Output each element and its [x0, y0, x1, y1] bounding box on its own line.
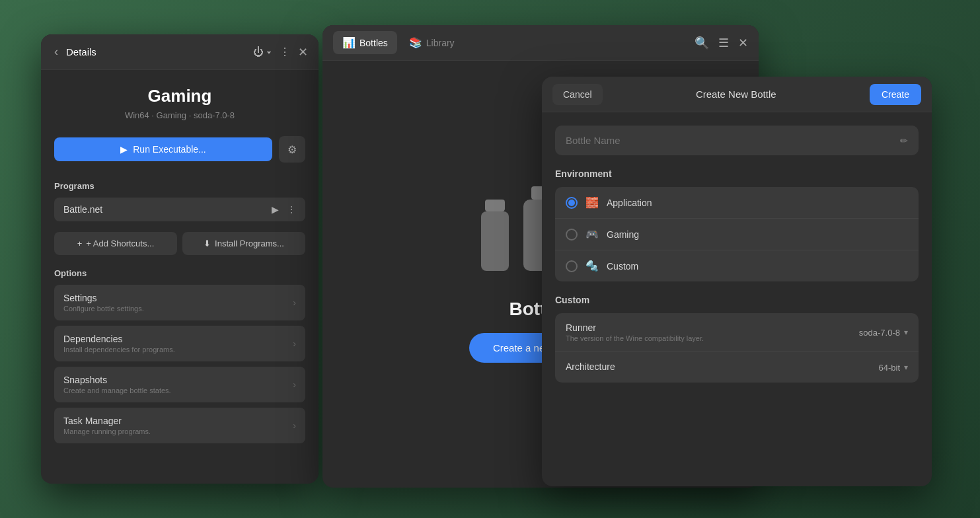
snapshots-text: Snapshots Create and manage bottle state…	[63, 375, 171, 394]
env-custom-radio[interactable]	[566, 260, 578, 272]
taskmanager-label: Task Manager	[63, 416, 151, 426]
program-name: Battle.net	[63, 204, 102, 215]
more-options-button[interactable]: ⋮	[280, 46, 290, 58]
bottle-name: Gaming	[54, 86, 305, 106]
env-gaming-option[interactable]: 🎮 Gaming	[555, 219, 919, 250]
bottle-settings-button[interactable]: ⚙	[279, 136, 305, 163]
bottle-left-svg	[476, 200, 514, 285]
settings-desc: Configure bottle settings.	[63, 305, 144, 313]
architecture-left: Architecture	[566, 361, 615, 373]
power-button[interactable]: ⏻ ▾	[253, 46, 272, 58]
snapshots-option[interactable]: Snapshots Create and manage bottle state…	[54, 367, 305, 402]
details-content: Gaming Win64 · Gaming · soda-7.0-8 ▶ Run…	[41, 70, 319, 464]
dependencies-chevron: ›	[293, 338, 296, 349]
create-bottle-panel: Cancel Create New Bottle Create ✏ Enviro…	[542, 77, 932, 486]
dependencies-desc: Install dependencies for programs.	[63, 346, 175, 353]
program-more-button[interactable]: ⋮	[287, 204, 296, 215]
middle-titlebar-right: 🔍 ☰ ✕	[695, 36, 748, 50]
runner-selector[interactable]: soda-7.0-8 ▾	[859, 328, 908, 338]
architecture-label: Architecture	[566, 361, 615, 372]
architecture-value: 64-bit	[878, 363, 900, 373]
runner-desc: The version of the Wine compatibility la…	[566, 334, 704, 342]
programs-section: Programs Battle.net ▶ ⋮	[54, 181, 305, 221]
menu-icon[interactable]: ☰	[718, 36, 729, 50]
play-icon: ▶	[120, 144, 128, 155]
env-application-option[interactable]: 🧱 Application	[555, 187, 919, 219]
options-label: Options	[54, 268, 305, 278]
run-executable-button[interactable]: ▶ Run Executable...	[54, 137, 272, 161]
runner-label: Runner	[566, 322, 704, 333]
dependencies-label: Dependencies	[63, 334, 175, 344]
tab-library[interactable]: 📚 Library	[400, 31, 464, 54]
create-bottle-content: ✏ Environment 🧱 Application 🎮 Gaming 🔩 C…	[542, 112, 932, 396]
program-play-button[interactable]: ▶	[272, 204, 279, 215]
settings-text: Settings Configure bottle settings.	[63, 293, 144, 313]
env-gaming-radio[interactable]	[566, 229, 578, 240]
custom-label: Custom	[555, 295, 919, 305]
middle-close-button[interactable]: ✕	[738, 36, 748, 50]
runner-dropdown-arrow: ▾	[904, 328, 908, 337]
architecture-option: Architecture 64-bit ▾	[555, 352, 919, 383]
bottle-info: Win64 · Gaming · soda-7.0-8	[54, 110, 305, 120]
tab-bottles[interactable]: 📊 Bottles	[333, 31, 397, 54]
edit-icon: ✏	[900, 135, 908, 146]
bottle-actions: ▶ Run Executable... ⚙	[54, 136, 305, 163]
runner-left: Runner The version of the Wine compatibi…	[566, 322, 704, 342]
env-custom-label: Custom	[607, 261, 638, 272]
program-item: Battle.net ▶ ⋮	[54, 198, 305, 221]
back-button[interactable]: ‹	[52, 42, 61, 61]
taskmanager-chevron: ›	[293, 420, 296, 431]
svg-rect-0	[485, 200, 505, 211]
environment-options: 🧱 Application 🎮 Gaming 🔩 Custom	[555, 187, 919, 281]
install-programs-label: Install Programs...	[215, 239, 284, 248]
custom-options: Runner The version of the Wine compatibi…	[555, 313, 919, 383]
programs-label: Programs	[54, 181, 305, 191]
details-title: Details	[66, 46, 96, 57]
create-bottle-submit-button[interactable]: Create	[870, 84, 921, 105]
settings-chevron: ›	[293, 297, 296, 308]
bottle-name-input[interactable]	[566, 135, 900, 146]
env-application-radio[interactable]	[566, 197, 578, 209]
environment-label: Environment	[555, 168, 919, 179]
architecture-dropdown-arrow: ▾	[904, 363, 908, 372]
application-icon: 🧱	[585, 196, 599, 209]
bottle-name-field[interactable]: ✏	[555, 126, 919, 155]
taskmanager-desc: Manage running programs.	[63, 427, 151, 435]
add-shortcuts-button[interactable]: + + Add Shortcuts...	[54, 232, 177, 255]
add-shortcuts-label: + Add Shortcuts...	[86, 239, 154, 248]
add-icon: +	[77, 239, 83, 248]
taskmanager-text: Task Manager Manage running programs.	[63, 416, 151, 435]
create-bottle-title: Create New Bottle	[696, 89, 776, 100]
bottles-tab-label: Bottles	[359, 38, 388, 48]
run-btn-label: Run Executable...	[133, 144, 206, 155]
download-icon: ⬇	[204, 239, 211, 248]
close-button[interactable]: ✕	[298, 45, 308, 59]
snapshots-chevron: ›	[293, 379, 296, 390]
settings-option[interactable]: Settings Configure bottle settings. ›	[54, 285, 305, 320]
settings-label: Settings	[63, 293, 144, 303]
env-gaming-label: Gaming	[607, 229, 639, 240]
cancel-button[interactable]: Cancel	[552, 84, 603, 105]
titlebar-left: ‹ Details	[52, 42, 96, 61]
svg-rect-1	[481, 211, 509, 271]
dependencies-option[interactable]: Dependencies Install dependencies for pr…	[54, 326, 305, 361]
dependencies-text: Dependencies Install dependencies for pr…	[63, 334, 175, 353]
custom-env-icon: 🔩	[585, 260, 599, 272]
options-section: Options Settings Configure bottle settin…	[54, 268, 305, 443]
taskmanager-option[interactable]: Task Manager Manage running programs. ›	[54, 408, 305, 443]
library-tab-label: Library	[426, 38, 455, 48]
runner-value: soda-7.0-8	[859, 328, 900, 338]
details-titlebar: ‹ Details ⏻ ▾ ⋮ ✕	[41, 34, 319, 70]
library-tab-icon: 📚	[409, 36, 422, 49]
env-application-radio-inner	[568, 200, 575, 206]
snapshots-label: Snapshots	[63, 375, 171, 385]
env-application-label: Application	[607, 198, 652, 208]
tabs: 📊 Bottles 📚 Library	[333, 31, 464, 54]
bottle-header: Gaming Win64 · Gaming · soda-7.0-8	[54, 86, 305, 120]
architecture-selector[interactable]: 64-bit ▾	[878, 363, 908, 373]
create-bottle-titlebar: Cancel Create New Bottle Create	[542, 77, 932, 112]
titlebar-right: ⏻ ▾ ⋮ ✕	[253, 45, 308, 59]
install-programs-button[interactable]: ⬇ Install Programs...	[182, 232, 305, 255]
search-icon[interactable]: 🔍	[695, 36, 709, 50]
env-custom-option[interactable]: 🔩 Custom	[555, 250, 919, 281]
